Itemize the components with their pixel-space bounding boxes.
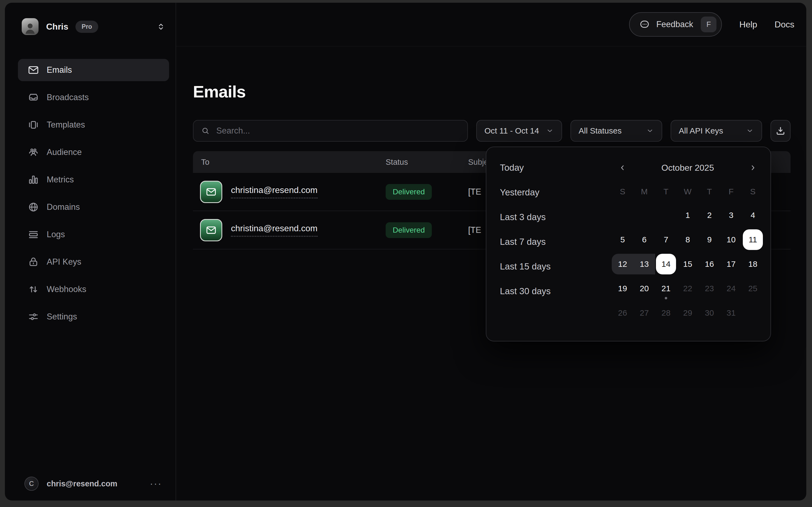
api-key-filter[interactable]: All API Keys [671, 120, 762, 142]
sidebar-item-webhooks[interactable]: Webhooks [18, 278, 169, 300]
day-2[interactable]: 2 [699, 203, 720, 227]
rows-icon [27, 228, 40, 241]
page-title: Emails [193, 82, 246, 101]
day-9[interactable]: 9 [699, 227, 720, 252]
day-24: 24 [720, 276, 742, 301]
date-range-value: Oct 11 - Oct 14 [484, 126, 539, 135]
day-29: 29 [677, 301, 699, 325]
day-21[interactable]: 21 [655, 276, 677, 301]
day-13[interactable]: 13 [633, 252, 655, 276]
sidebar-item-broadcasts[interactable]: Broadcasts [18, 86, 169, 109]
lock-icon [27, 256, 40, 268]
to-cell: christina@resend.com [193, 181, 386, 203]
sidebar: Chris Pro EmailsBroadcastsTemplatesAudie… [5, 3, 176, 501]
day-11[interactable]: 11 [742, 227, 764, 252]
weekday-row: SMTWTFS [612, 180, 764, 203]
next-month-button[interactable] [742, 157, 764, 179]
chevron-down-icon [646, 127, 654, 135]
weekday-label: T [699, 180, 720, 203]
day-17[interactable]: 17 [720, 252, 742, 276]
sidebar-item-label: Webhooks [47, 284, 86, 294]
search-input[interactable] [216, 126, 460, 136]
sidebar-item-label: Audience [47, 148, 82, 157]
day-19[interactable]: 19 [612, 276, 633, 301]
day-15[interactable]: 15 [677, 252, 699, 276]
day-28: 28 [655, 301, 677, 325]
today-dot [665, 297, 668, 299]
preset-last-15-days[interactable]: Last 15 days [495, 254, 598, 279]
api-key-filter-value: All API Keys [679, 126, 723, 135]
preset-today[interactable]: Today [495, 155, 598, 180]
export-button[interactable] [770, 120, 791, 142]
account-row[interactable]: C chris@resend.com ··· [5, 471, 176, 497]
weekday-label: S [742, 180, 764, 203]
previous-month-button[interactable] [612, 157, 633, 179]
chevron-up-down-icon [156, 22, 166, 32]
filters-row: Oct 11 - Oct 14 All Statuses All API Key… [193, 120, 791, 142]
day-8[interactable]: 8 [677, 227, 699, 252]
day-18[interactable]: 18 [742, 252, 764, 276]
day-12[interactable]: 12 [612, 252, 633, 276]
sidebar-item-api-keys[interactable]: API Keys [18, 251, 169, 273]
column-header-to: To [193, 158, 386, 167]
user-avatar [22, 18, 39, 35]
preset-last-30-days[interactable]: Last 30 days [495, 279, 598, 303]
day-5[interactable]: 5 [612, 227, 633, 252]
day-23: 23 [699, 276, 720, 301]
sidebar-item-domains[interactable]: Domains [18, 196, 169, 218]
day-25: 25 [742, 276, 764, 301]
sidebar-item-label: Emails [47, 65, 72, 75]
sidebar-item-audience[interactable]: Audience [18, 141, 169, 163]
search-icon [200, 126, 210, 136]
weekday-label: T [655, 180, 677, 203]
sidebar-item-metrics[interactable]: Metrics [18, 169, 169, 191]
day-7[interactable]: 7 [655, 227, 677, 252]
day-14[interactable]: 14 [655, 252, 677, 276]
feedback-button[interactable]: Feedback F [629, 12, 722, 37]
app-window: Chris Pro EmailsBroadcastsTemplatesAudie… [5, 3, 806, 501]
envelope-icon [27, 64, 40, 76]
help-link[interactable]: Help [739, 19, 757, 30]
calendar-header: October 2025 [612, 155, 764, 180]
recipient-email[interactable]: christina@resend.com [231, 223, 317, 237]
search-box[interactable] [193, 120, 468, 142]
weekday-label: W [677, 180, 699, 203]
day-10[interactable]: 10 [720, 227, 742, 252]
day-3[interactable]: 3 [720, 203, 742, 227]
day-1[interactable]: 1 [677, 203, 699, 227]
sidebar-item-settings[interactable]: Settings [18, 305, 169, 328]
sidebar-item-logs[interactable]: Logs [18, 223, 169, 246]
weekday-label: S [612, 180, 633, 203]
feedback-label: Feedback [656, 19, 693, 29]
day-27: 27 [633, 301, 655, 325]
recipient-email[interactable]: christina@resend.com [231, 185, 317, 199]
to-cell: christina@resend.com [193, 219, 386, 241]
preset-last-3-days[interactable]: Last 3 days [495, 205, 598, 229]
date-range-filter[interactable]: Oct 11 - Oct 14 [476, 120, 562, 142]
status-filter[interactable]: All Statuses [571, 120, 662, 142]
chevron-down-icon [746, 127, 754, 135]
sidebar-nav: EmailsBroadcastsTemplatesAudienceMetrics… [18, 59, 169, 333]
calendar: October 2025 SMTWTFS 1234567891011121314… [612, 155, 764, 325]
day-26: 26 [612, 301, 633, 325]
day-4[interactable]: 4 [742, 203, 764, 227]
ellipsis-icon[interactable]: ··· [150, 481, 162, 486]
weekday-label: F [720, 180, 742, 203]
sidebar-item-emails[interactable]: Emails [18, 59, 169, 81]
day-20[interactable]: 20 [633, 276, 655, 301]
calendar-month-label: October 2025 [633, 163, 742, 173]
docs-link[interactable]: Docs [774, 19, 794, 30]
day-16[interactable]: 16 [699, 252, 720, 276]
preset-last-7-days[interactable]: Last 7 days [495, 229, 598, 254]
day-31: 31 [720, 301, 742, 325]
preset-yesterday[interactable]: Yesterday [495, 180, 598, 205]
workspace-switcher[interactable]: Chris Pro [22, 17, 166, 36]
empty-day-cell [655, 203, 677, 227]
sidebar-item-label: Broadcasts [47, 93, 89, 102]
status-filter-value: All Statuses [579, 126, 622, 135]
sidebar-item-templates[interactable]: Templates [18, 114, 169, 136]
weekday-label: M [633, 180, 655, 203]
day-6[interactable]: 6 [633, 227, 655, 252]
column-header-status: Status [386, 158, 468, 167]
status-cell: Delivered [386, 184, 468, 200]
